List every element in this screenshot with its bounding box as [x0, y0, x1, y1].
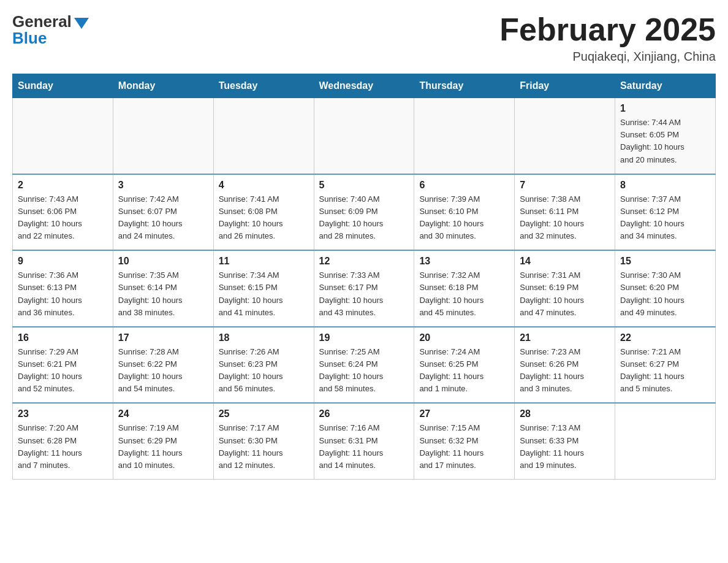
calendar-day-cell: 25Sunrise: 7:17 AM Sunset: 6:30 PM Dayli…: [213, 403, 314, 479]
calendar-day-cell: 17Sunrise: 7:28 AM Sunset: 6:22 PM Dayli…: [113, 327, 213, 404]
weekday-header-wednesday: Wednesday: [314, 74, 414, 98]
weekday-header-monday: Monday: [113, 74, 213, 98]
calendar-day-cell: 12Sunrise: 7:33 AM Sunset: 6:17 PM Dayli…: [314, 250, 414, 327]
day-info: Sunrise: 7:25 AM Sunset: 6:24 PM Dayligh…: [319, 346, 409, 396]
calendar-day-cell: 18Sunrise: 7:26 AM Sunset: 6:23 PM Dayli…: [213, 327, 314, 404]
day-info: Sunrise: 7:33 AM Sunset: 6:17 PM Dayligh…: [319, 269, 409, 319]
day-info: Sunrise: 7:42 AM Sunset: 6:07 PM Dayligh…: [118, 193, 208, 243]
day-number: 21: [520, 332, 610, 343]
calendar-day-cell: 1Sunrise: 7:44 AM Sunset: 6:05 PM Daylig…: [615, 98, 716, 174]
calendar-day-cell: 15Sunrise: 7:30 AM Sunset: 6:20 PM Dayli…: [615, 250, 716, 327]
calendar-day-cell: [515, 98, 615, 174]
calendar-day-cell: [113, 98, 213, 174]
day-info: Sunrise: 7:38 AM Sunset: 6:11 PM Dayligh…: [520, 193, 610, 243]
day-info: Sunrise: 7:39 AM Sunset: 6:10 PM Dayligh…: [419, 193, 509, 243]
calendar-day-cell: 9Sunrise: 7:36 AM Sunset: 6:13 PM Daylig…: [13, 250, 113, 327]
day-number: 15: [620, 256, 710, 267]
calendar-day-cell: 27Sunrise: 7:15 AM Sunset: 6:32 PM Dayli…: [414, 403, 515, 479]
day-number: 26: [319, 408, 409, 419]
calendar-day-cell: [414, 98, 515, 174]
day-number: 22: [620, 332, 710, 343]
title-block: February 2025 Puqiakeqi, Xinjiang, China: [499, 12, 716, 64]
day-number: 6: [419, 180, 509, 191]
day-info: Sunrise: 7:40 AM Sunset: 6:09 PM Dayligh…: [319, 193, 409, 243]
calendar-day-cell: [13, 98, 113, 174]
calendar-day-cell: 20Sunrise: 7:24 AM Sunset: 6:25 PM Dayli…: [414, 327, 515, 404]
calendar-day-cell: 23Sunrise: 7:20 AM Sunset: 6:28 PM Dayli…: [13, 403, 113, 479]
day-number: 24: [118, 408, 208, 419]
day-info: Sunrise: 7:32 AM Sunset: 6:18 PM Dayligh…: [419, 269, 509, 319]
calendar-day-cell: 19Sunrise: 7:25 AM Sunset: 6:24 PM Dayli…: [314, 327, 414, 404]
weekday-header-tuesday: Tuesday: [213, 74, 314, 98]
logo-arrow-icon: [74, 18, 89, 29]
day-number: 1: [620, 103, 710, 114]
calendar-day-cell: [615, 403, 716, 479]
calendar-day-cell: 3Sunrise: 7:42 AM Sunset: 6:07 PM Daylig…: [113, 174, 213, 251]
calendar-week-row: 9Sunrise: 7:36 AM Sunset: 6:13 PM Daylig…: [13, 250, 716, 327]
day-number: 2: [18, 180, 108, 191]
location-label: Puqiakeqi, Xinjiang, China: [499, 50, 716, 64]
day-info: Sunrise: 7:19 AM Sunset: 6:29 PM Dayligh…: [118, 422, 208, 472]
day-info: Sunrise: 7:20 AM Sunset: 6:28 PM Dayligh…: [18, 422, 108, 472]
calendar-day-cell: 28Sunrise: 7:13 AM Sunset: 6:33 PM Dayli…: [515, 403, 615, 479]
calendar-day-cell: 21Sunrise: 7:23 AM Sunset: 6:26 PM Dayli…: [515, 327, 615, 404]
day-info: Sunrise: 7:17 AM Sunset: 6:30 PM Dayligh…: [219, 422, 309, 472]
day-info: Sunrise: 7:29 AM Sunset: 6:21 PM Dayligh…: [18, 346, 108, 396]
day-info: Sunrise: 7:28 AM Sunset: 6:22 PM Dayligh…: [118, 346, 208, 396]
calendar-week-row: 23Sunrise: 7:20 AM Sunset: 6:28 PM Dayli…: [13, 403, 716, 479]
day-number: 28: [520, 408, 610, 419]
day-info: Sunrise: 7:41 AM Sunset: 6:08 PM Dayligh…: [219, 193, 309, 243]
calendar-day-cell: 8Sunrise: 7:37 AM Sunset: 6:12 PM Daylig…: [615, 174, 716, 251]
day-number: 16: [18, 332, 108, 343]
calendar-day-cell: 10Sunrise: 7:35 AM Sunset: 6:14 PM Dayli…: [113, 250, 213, 327]
day-info: Sunrise: 7:16 AM Sunset: 6:31 PM Dayligh…: [319, 422, 409, 472]
day-number: 4: [219, 180, 309, 191]
day-number: 3: [118, 180, 208, 191]
month-title: February 2025: [499, 12, 716, 47]
day-info: Sunrise: 7:35 AM Sunset: 6:14 PM Dayligh…: [118, 269, 208, 319]
day-number: 17: [118, 332, 208, 343]
day-info: Sunrise: 7:13 AM Sunset: 6:33 PM Dayligh…: [520, 422, 610, 472]
day-info: Sunrise: 7:23 AM Sunset: 6:26 PM Dayligh…: [520, 346, 610, 396]
page-header: General Blue February 2025 Puqiakeqi, Xi…: [12, 12, 716, 64]
day-number: 25: [219, 408, 309, 419]
calendar-day-cell: 4Sunrise: 7:41 AM Sunset: 6:08 PM Daylig…: [213, 174, 314, 251]
day-number: 23: [18, 408, 108, 419]
calendar-day-cell: 6Sunrise: 7:39 AM Sunset: 6:10 PM Daylig…: [414, 174, 515, 251]
day-info: Sunrise: 7:24 AM Sunset: 6:25 PM Dayligh…: [419, 346, 509, 396]
calendar-week-row: 1Sunrise: 7:44 AM Sunset: 6:05 PM Daylig…: [13, 98, 716, 174]
day-number: 14: [520, 256, 610, 267]
day-number: 13: [419, 256, 509, 267]
calendar-day-cell: 2Sunrise: 7:43 AM Sunset: 6:06 PM Daylig…: [13, 174, 113, 251]
calendar-day-cell: [213, 98, 314, 174]
day-number: 8: [620, 180, 710, 191]
calendar-day-cell: 16Sunrise: 7:29 AM Sunset: 6:21 PM Dayli…: [13, 327, 113, 404]
calendar-day-cell: 13Sunrise: 7:32 AM Sunset: 6:18 PM Dayli…: [414, 250, 515, 327]
day-info: Sunrise: 7:34 AM Sunset: 6:15 PM Dayligh…: [219, 269, 309, 319]
calendar-day-cell: [314, 98, 414, 174]
day-number: 27: [419, 408, 509, 419]
day-number: 20: [419, 332, 509, 343]
logo-blue-text: Blue: [12, 29, 47, 48]
weekday-header-row: SundayMondayTuesdayWednesdayThursdayFrid…: [13, 74, 716, 98]
logo: General Blue: [12, 12, 89, 48]
day-number: 9: [18, 256, 108, 267]
day-info: Sunrise: 7:44 AM Sunset: 6:05 PM Dayligh…: [620, 117, 710, 166]
calendar-day-cell: 26Sunrise: 7:16 AM Sunset: 6:31 PM Dayli…: [314, 403, 414, 479]
day-info: Sunrise: 7:31 AM Sunset: 6:19 PM Dayligh…: [520, 269, 610, 319]
weekday-header-thursday: Thursday: [414, 74, 515, 98]
calendar-day-cell: 5Sunrise: 7:40 AM Sunset: 6:09 PM Daylig…: [314, 174, 414, 251]
day-info: Sunrise: 7:15 AM Sunset: 6:32 PM Dayligh…: [419, 422, 509, 472]
day-info: Sunrise: 7:30 AM Sunset: 6:20 PM Dayligh…: [620, 269, 710, 319]
day-info: Sunrise: 7:36 AM Sunset: 6:13 PM Dayligh…: [18, 269, 108, 319]
calendar-week-row: 2Sunrise: 7:43 AM Sunset: 6:06 PM Daylig…: [13, 174, 716, 251]
calendar-day-cell: 7Sunrise: 7:38 AM Sunset: 6:11 PM Daylig…: [515, 174, 615, 251]
day-number: 10: [118, 256, 208, 267]
day-number: 5: [319, 180, 409, 191]
day-number: 18: [219, 332, 309, 343]
day-number: 12: [319, 256, 409, 267]
calendar-day-cell: 24Sunrise: 7:19 AM Sunset: 6:29 PM Dayli…: [113, 403, 213, 479]
day-number: 7: [520, 180, 610, 191]
day-number: 11: [219, 256, 309, 267]
calendar-table: SundayMondayTuesdayWednesdayThursdayFrid…: [12, 74, 716, 480]
